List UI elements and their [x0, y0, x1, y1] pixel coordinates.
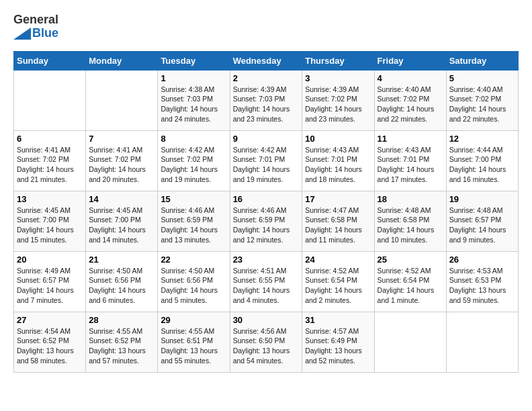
cell-content: Sunrise: 4:48 AM Sunset: 6:58 PM Dayligh…: [378, 205, 443, 245]
calendar-cell: 22Sunrise: 4:50 AM Sunset: 6:56 PM Dayli…: [158, 251, 230, 312]
calendar-cell: 2Sunrise: 4:39 AM Sunset: 7:03 PM Daylig…: [230, 70, 302, 130]
calendar-week-row: 20Sunrise: 4:49 AM Sunset: 6:57 PM Dayli…: [14, 251, 519, 312]
calendar-cell: 6Sunrise: 4:41 AM Sunset: 7:02 PM Daylig…: [14, 130, 86, 191]
day-number: 1: [161, 73, 226, 83]
day-number: 3: [305, 73, 371, 83]
day-number: 9: [233, 134, 300, 144]
calendar-cell: 30Sunrise: 4:56 AM Sunset: 6:50 PM Dayli…: [230, 312, 302, 372]
calendar-cell: 18Sunrise: 4:48 AM Sunset: 6:58 PM Dayli…: [374, 191, 446, 251]
logo-icon: [13, 28, 31, 40]
cell-content: Sunrise: 4:46 AM Sunset: 6:59 PM Dayligh…: [161, 205, 226, 245]
day-number: 5: [449, 73, 515, 83]
day-number: 30: [233, 315, 300, 325]
calendar-cell: 26Sunrise: 4:53 AM Sunset: 6:53 PM Dayli…: [446, 251, 518, 312]
cell-content: Sunrise: 4:45 AM Sunset: 7:00 PM Dayligh…: [89, 205, 154, 245]
cell-content: Sunrise: 4:52 AM Sunset: 6:54 PM Dayligh…: [305, 266, 371, 306]
calendar-header-row: SundayMondayTuesdayWednesdayThursdayFrid…: [14, 51, 519, 70]
calendar-cell: 25Sunrise: 4:52 AM Sunset: 6:54 PM Dayli…: [374, 251, 446, 312]
calendar-cell: [14, 70, 86, 130]
calendar-cell: [374, 312, 446, 372]
cell-content: Sunrise: 4:55 AM Sunset: 6:51 PM Dayligh…: [161, 326, 226, 366]
day-number: 15: [161, 194, 226, 204]
cell-content: Sunrise: 4:39 AM Sunset: 7:02 PM Dayligh…: [305, 85, 371, 124]
day-number: 8: [161, 134, 226, 144]
cell-content: Sunrise: 4:40 AM Sunset: 7:02 PM Dayligh…: [378, 85, 443, 124]
cell-content: Sunrise: 4:43 AM Sunset: 7:01 PM Dayligh…: [305, 145, 371, 185]
cell-content: Sunrise: 4:39 AM Sunset: 7:03 PM Dayligh…: [233, 85, 300, 124]
logo-blue: Blue: [32, 27, 58, 40]
day-number: 28: [89, 315, 154, 325]
calendar-cell: 4Sunrise: 4:40 AM Sunset: 7:02 PM Daylig…: [374, 70, 446, 130]
page-header: General Blue: [13, 13, 519, 40]
day-of-week-header: Friday: [374, 51, 446, 70]
calendar-cell: 12Sunrise: 4:44 AM Sunset: 7:00 PM Dayli…: [446, 130, 518, 191]
calendar-week-row: 27Sunrise: 4:54 AM Sunset: 6:52 PM Dayli…: [14, 312, 519, 372]
day-number: 23: [233, 255, 300, 265]
day-number: 14: [89, 194, 154, 204]
calendar-cell: 3Sunrise: 4:39 AM Sunset: 7:02 PM Daylig…: [302, 70, 374, 130]
calendar-cell: 13Sunrise: 4:45 AM Sunset: 7:00 PM Dayli…: [14, 191, 86, 251]
logo-general: General: [13, 13, 58, 27]
cell-content: Sunrise: 4:56 AM Sunset: 6:50 PM Dayligh…: [233, 326, 300, 366]
day-number: 22: [161, 255, 226, 265]
day-number: 20: [17, 255, 83, 265]
calendar-cell: 8Sunrise: 4:42 AM Sunset: 7:02 PM Daylig…: [158, 130, 230, 191]
day-of-week-header: Thursday: [302, 51, 374, 70]
cell-content: Sunrise: 4:54 AM Sunset: 6:52 PM Dayligh…: [17, 326, 83, 366]
cell-content: Sunrise: 4:41 AM Sunset: 7:02 PM Dayligh…: [17, 145, 83, 185]
cell-content: Sunrise: 4:40 AM Sunset: 7:02 PM Dayligh…: [449, 85, 515, 124]
day-number: 29: [161, 315, 226, 325]
day-of-week-header: Wednesday: [230, 51, 302, 70]
calendar-cell: 1Sunrise: 4:38 AM Sunset: 7:03 PM Daylig…: [158, 70, 230, 130]
calendar-cell: 29Sunrise: 4:55 AM Sunset: 6:51 PM Dayli…: [158, 312, 230, 372]
calendar-cell: 9Sunrise: 4:42 AM Sunset: 7:01 PM Daylig…: [230, 130, 302, 191]
cell-content: Sunrise: 4:46 AM Sunset: 6:59 PM Dayligh…: [233, 205, 300, 245]
calendar-cell: 24Sunrise: 4:52 AM Sunset: 6:54 PM Dayli…: [302, 251, 374, 312]
calendar-cell: 15Sunrise: 4:46 AM Sunset: 6:59 PM Dayli…: [158, 191, 230, 251]
calendar-week-row: 1Sunrise: 4:38 AM Sunset: 7:03 PM Daylig…: [14, 70, 519, 130]
cell-content: Sunrise: 4:44 AM Sunset: 7:00 PM Dayligh…: [449, 145, 515, 185]
day-number: 10: [305, 134, 371, 144]
cell-content: Sunrise: 4:48 AM Sunset: 6:57 PM Dayligh…: [449, 205, 515, 245]
cell-content: Sunrise: 4:51 AM Sunset: 6:55 PM Dayligh…: [233, 266, 300, 306]
calendar-table: SundayMondayTuesdayWednesdayThursdayFrid…: [13, 51, 519, 373]
day-of-week-header: Sunday: [14, 51, 86, 70]
calendar-cell: 14Sunrise: 4:45 AM Sunset: 7:00 PM Dayli…: [86, 191, 158, 251]
day-number: 19: [449, 194, 515, 204]
day-number: 11: [378, 134, 443, 144]
day-number: 21: [89, 255, 154, 265]
day-of-week-header: Tuesday: [158, 51, 230, 70]
day-number: 16: [233, 194, 300, 204]
cell-content: Sunrise: 4:43 AM Sunset: 7:01 PM Dayligh…: [378, 145, 443, 185]
calendar-cell: 7Sunrise: 4:41 AM Sunset: 7:02 PM Daylig…: [86, 130, 158, 191]
calendar-cell: 21Sunrise: 4:50 AM Sunset: 6:56 PM Dayli…: [86, 251, 158, 312]
cell-content: Sunrise: 4:42 AM Sunset: 7:01 PM Dayligh…: [233, 145, 300, 185]
day-number: 18: [378, 194, 443, 204]
calendar-cell: [86, 70, 158, 130]
day-number: 13: [17, 194, 83, 204]
day-number: 27: [17, 315, 83, 325]
day-number: 7: [89, 134, 154, 144]
cell-content: Sunrise: 4:42 AM Sunset: 7:02 PM Dayligh…: [161, 145, 226, 185]
cell-content: Sunrise: 4:50 AM Sunset: 6:56 PM Dayligh…: [161, 266, 226, 306]
cell-content: Sunrise: 4:49 AM Sunset: 6:57 PM Dayligh…: [17, 266, 83, 306]
day-of-week-header: Saturday: [446, 51, 518, 70]
calendar-cell: 19Sunrise: 4:48 AM Sunset: 6:57 PM Dayli…: [446, 191, 518, 251]
day-of-week-header: Monday: [86, 51, 158, 70]
calendar-cell: 11Sunrise: 4:43 AM Sunset: 7:01 PM Dayli…: [374, 130, 446, 191]
cell-content: Sunrise: 4:41 AM Sunset: 7:02 PM Dayligh…: [89, 145, 154, 185]
cell-content: Sunrise: 4:38 AM Sunset: 7:03 PM Dayligh…: [161, 85, 226, 124]
cell-content: Sunrise: 4:50 AM Sunset: 6:56 PM Dayligh…: [89, 266, 154, 306]
cell-content: Sunrise: 4:47 AM Sunset: 6:58 PM Dayligh…: [305, 205, 371, 245]
calendar-cell: 31Sunrise: 4:57 AM Sunset: 6:49 PM Dayli…: [302, 312, 374, 372]
logo: General Blue: [13, 13, 58, 40]
day-number: 26: [449, 255, 515, 265]
calendar-cell: [446, 312, 518, 372]
day-number: 2: [233, 73, 300, 83]
day-number: 17: [305, 194, 371, 204]
day-number: 6: [17, 134, 83, 144]
calendar-cell: 27Sunrise: 4:54 AM Sunset: 6:52 PM Dayli…: [14, 312, 86, 372]
calendar-cell: 17Sunrise: 4:47 AM Sunset: 6:58 PM Dayli…: [302, 191, 374, 251]
day-number: 25: [378, 255, 443, 265]
calendar-cell: 16Sunrise: 4:46 AM Sunset: 6:59 PM Dayli…: [230, 191, 302, 251]
